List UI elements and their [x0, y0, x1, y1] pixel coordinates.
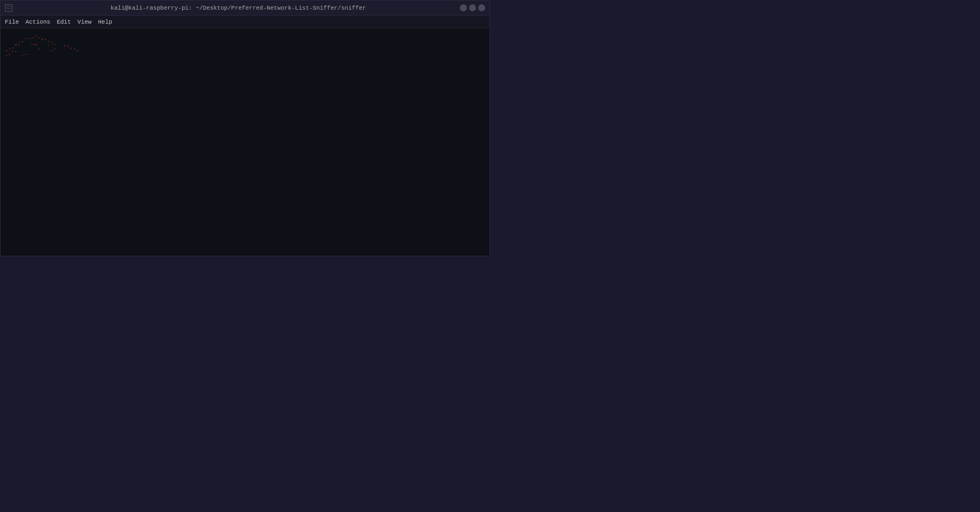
window-controls-tl[interactable]	[460, 4, 485, 11]
window-icon-tl: □	[5, 4, 12, 12]
body-top-left: _._ _.-``__ ''-._ _.-`` `. `_. ''-._ .-`…	[1, 28, 489, 256]
menu-help-tl[interactable]: Help	[98, 19, 112, 25]
close-btn-tl[interactable]	[478, 4, 485, 11]
menu-file-tl[interactable]: File	[5, 19, 19, 25]
menubar-top-left[interactable]: File Actions Edit View Help	[1, 16, 489, 28]
title-top-left: kali@kali-raspberry-pi: ~/Desktop/Prefer…	[17, 5, 460, 11]
redis-ascii-art: _._ _.-``__ ''-._ _.-`` `. `_. ''-._ .-`…	[5, 32, 79, 57]
menu-edit-tl[interactable]: Edit	[57, 19, 71, 25]
terminal-top-left[interactable]: □ kali@kali-raspberry-pi: ~/Desktop/Pref…	[0, 0, 490, 256]
menu-view-tl[interactable]: View	[77, 19, 91, 25]
titlebar-top-left: □ kali@kali-raspberry-pi: ~/Desktop/Pref…	[1, 1, 489, 16]
menu-actions-tl[interactable]: Actions	[25, 19, 50, 25]
maximize-btn-tl[interactable]	[469, 4, 476, 11]
minimize-btn-tl[interactable]	[460, 4, 467, 11]
